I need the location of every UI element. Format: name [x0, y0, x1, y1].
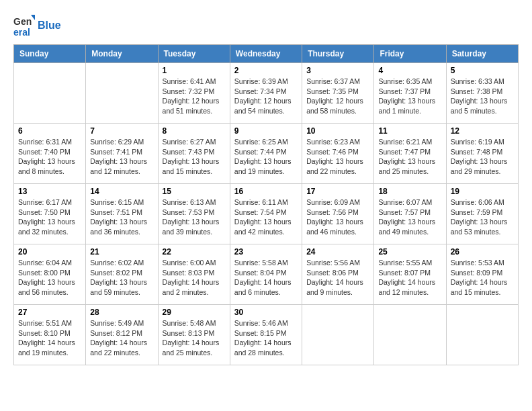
- calendar-cell: 9Sunrise: 6:25 AM Sunset: 7:44 PM Daylig…: [230, 124, 302, 184]
- weekday-header-thursday: Thursday: [302, 45, 374, 63]
- calendar-cell: 27Sunrise: 5:51 AM Sunset: 8:10 PM Dayli…: [14, 305, 86, 365]
- day-info: Sunrise: 5:51 AM Sunset: 8:10 PM Dayligh…: [18, 318, 81, 358]
- calendar-cell: 16Sunrise: 6:11 AM Sunset: 7:54 PM Dayli…: [230, 184, 302, 244]
- day-number: 25: [378, 247, 441, 257]
- day-number: 28: [90, 308, 153, 317]
- calendar-cell: [14, 63, 86, 124]
- calendar-cell: 25Sunrise: 5:55 AM Sunset: 8:07 PM Dayli…: [374, 244, 446, 305]
- weekday-header-monday: Monday: [86, 45, 158, 63]
- page-header: Gen eral Blue: [13, 13, 519, 38]
- calendar-cell: 3Sunrise: 6:37 AM Sunset: 7:35 PM Daylig…: [302, 63, 374, 124]
- calendar-table: SundayMondayTuesdayWednesdayThursdayFrid…: [13, 44, 519, 365]
- day-number: 19: [451, 187, 514, 196]
- calendar-cell: 22Sunrise: 6:00 AM Sunset: 8:03 PM Dayli…: [158, 244, 230, 305]
- calendar-cell: [446, 305, 518, 365]
- day-number: 18: [378, 187, 441, 196]
- day-number: 23: [234, 247, 298, 257]
- day-info: Sunrise: 6:00 AM Sunset: 8:03 PM Dayligh…: [163, 258, 226, 298]
- calendar-cell: [86, 63, 158, 124]
- calendar-cell: 8Sunrise: 6:27 AM Sunset: 7:43 PM Daylig…: [158, 124, 230, 184]
- day-number: 11: [378, 126, 441, 136]
- day-number: 8: [163, 126, 226, 136]
- logo: Gen eral Blue: [13, 13, 61, 38]
- day-number: 3: [306, 66, 369, 75]
- day-info: Sunrise: 6:29 AM Sunset: 7:41 PM Dayligh…: [90, 137, 153, 177]
- day-number: 27: [18, 308, 81, 317]
- weekday-header-wednesday: Wednesday: [230, 45, 302, 63]
- day-info: Sunrise: 6:09 AM Sunset: 7:56 PM Dayligh…: [306, 197, 369, 237]
- calendar-cell: 18Sunrise: 6:07 AM Sunset: 7:57 PM Dayli…: [374, 184, 446, 244]
- logo-container: Gen eral Blue: [13, 13, 61, 38]
- calendar-cell: 24Sunrise: 5:56 AM Sunset: 8:06 PM Dayli…: [302, 244, 374, 305]
- day-number: 13: [18, 187, 81, 196]
- day-info: Sunrise: 6:17 AM Sunset: 7:50 PM Dayligh…: [18, 197, 81, 237]
- day-info: Sunrise: 5:49 AM Sunset: 8:12 PM Dayligh…: [90, 318, 153, 358]
- calendar-cell: 21Sunrise: 6:02 AM Sunset: 8:02 PM Dayli…: [86, 244, 158, 305]
- calendar-cell: 4Sunrise: 6:35 AM Sunset: 7:37 PM Daylig…: [374, 63, 446, 124]
- day-info: Sunrise: 6:07 AM Sunset: 7:57 PM Dayligh…: [378, 197, 441, 237]
- day-number: 5: [451, 66, 514, 75]
- day-info: Sunrise: 6:06 AM Sunset: 7:59 PM Dayligh…: [451, 197, 514, 237]
- calendar-cell: 26Sunrise: 5:53 AM Sunset: 8:09 PM Dayli…: [446, 244, 518, 305]
- day-number: 4: [378, 66, 441, 75]
- week-row-2: 6Sunrise: 6:31 AM Sunset: 7:40 PM Daylig…: [14, 124, 519, 184]
- calendar-cell: 29Sunrise: 5:48 AM Sunset: 8:13 PM Dayli…: [158, 305, 230, 365]
- day-info: Sunrise: 6:13 AM Sunset: 7:53 PM Dayligh…: [163, 197, 226, 237]
- calendar-cell: 28Sunrise: 5:49 AM Sunset: 8:12 PM Dayli…: [86, 305, 158, 365]
- week-row-4: 20Sunrise: 6:04 AM Sunset: 8:00 PM Dayli…: [14, 244, 519, 305]
- day-number: 22: [163, 247, 226, 257]
- svg-text:eral: eral: [13, 27, 30, 38]
- calendar-cell: 12Sunrise: 6:19 AM Sunset: 7:48 PM Dayli…: [446, 124, 518, 184]
- day-info: Sunrise: 6:21 AM Sunset: 7:47 PM Dayligh…: [378, 137, 441, 177]
- day-info: Sunrise: 5:56 AM Sunset: 8:06 PM Dayligh…: [306, 258, 369, 298]
- week-row-5: 27Sunrise: 5:51 AM Sunset: 8:10 PM Dayli…: [14, 305, 519, 365]
- day-info: Sunrise: 6:11 AM Sunset: 7:54 PM Dayligh…: [234, 197, 298, 237]
- week-row-3: 13Sunrise: 6:17 AM Sunset: 7:50 PM Dayli…: [14, 184, 519, 244]
- day-number: 9: [234, 126, 298, 136]
- calendar-cell: 23Sunrise: 5:58 AM Sunset: 8:04 PM Dayli…: [230, 244, 302, 305]
- day-number: 7: [90, 126, 153, 136]
- calendar-cell: 11Sunrise: 6:21 AM Sunset: 7:47 PM Dayli…: [374, 124, 446, 184]
- day-number: 15: [163, 187, 226, 196]
- calendar-cell: 13Sunrise: 6:17 AM Sunset: 7:50 PM Dayli…: [14, 184, 86, 244]
- calendar-cell: 20Sunrise: 6:04 AM Sunset: 8:00 PM Dayli…: [14, 244, 86, 305]
- day-number: 10: [306, 126, 369, 136]
- day-number: 2: [234, 66, 298, 75]
- week-row-1: 1Sunrise: 6:41 AM Sunset: 7:32 PM Daylig…: [14, 63, 519, 124]
- day-number: 16: [234, 187, 298, 196]
- day-number: 29: [163, 308, 226, 317]
- day-info: Sunrise: 5:58 AM Sunset: 8:04 PM Dayligh…: [234, 258, 298, 298]
- calendar-cell: 2Sunrise: 6:39 AM Sunset: 7:34 PM Daylig…: [230, 63, 302, 124]
- day-info: Sunrise: 6:15 AM Sunset: 7:51 PM Dayligh…: [90, 197, 153, 237]
- calendar-cell: [302, 305, 374, 365]
- calendar-cell: 6Sunrise: 6:31 AM Sunset: 7:40 PM Daylig…: [14, 124, 86, 184]
- day-info: Sunrise: 5:55 AM Sunset: 8:07 PM Dayligh…: [378, 258, 441, 298]
- day-info: Sunrise: 6:04 AM Sunset: 8:00 PM Dayligh…: [18, 258, 81, 298]
- day-info: Sunrise: 5:53 AM Sunset: 8:09 PM Dayligh…: [451, 258, 514, 298]
- day-number: 1: [163, 66, 226, 75]
- day-number: 21: [90, 247, 153, 257]
- day-number: 26: [451, 247, 514, 257]
- day-info: Sunrise: 6:19 AM Sunset: 7:48 PM Dayligh…: [451, 137, 514, 177]
- calendar-cell: 1Sunrise: 6:41 AM Sunset: 7:32 PM Daylig…: [158, 63, 230, 124]
- logo-blue-text: Blue: [38, 19, 61, 32]
- day-info: Sunrise: 6:25 AM Sunset: 7:44 PM Dayligh…: [234, 137, 298, 177]
- day-info: Sunrise: 6:39 AM Sunset: 7:34 PM Dayligh…: [234, 77, 298, 116]
- day-number: 17: [306, 187, 369, 196]
- day-info: Sunrise: 5:46 AM Sunset: 8:15 PM Dayligh…: [234, 318, 298, 358]
- day-info: Sunrise: 6:35 AM Sunset: 7:37 PM Dayligh…: [378, 77, 441, 116]
- calendar-cell: [374, 305, 446, 365]
- day-info: Sunrise: 6:27 AM Sunset: 7:43 PM Dayligh…: [163, 137, 226, 177]
- calendar-cell: 7Sunrise: 6:29 AM Sunset: 7:41 PM Daylig…: [86, 124, 158, 184]
- svg-text:Gen: Gen: [13, 16, 32, 27]
- calendar-cell: 5Sunrise: 6:33 AM Sunset: 7:38 PM Daylig…: [446, 63, 518, 124]
- day-number: 24: [306, 247, 369, 257]
- weekday-header-friday: Friday: [374, 45, 446, 63]
- day-number: 20: [18, 247, 81, 257]
- day-number: 12: [451, 126, 514, 136]
- calendar-cell: 10Sunrise: 6:23 AM Sunset: 7:46 PM Dayli…: [302, 124, 374, 184]
- calendar-cell: 17Sunrise: 6:09 AM Sunset: 7:56 PM Dayli…: [302, 184, 374, 244]
- logo-icon: Gen eral: [13, 13, 35, 38]
- day-number: 14: [90, 187, 153, 196]
- day-number: 30: [234, 308, 298, 317]
